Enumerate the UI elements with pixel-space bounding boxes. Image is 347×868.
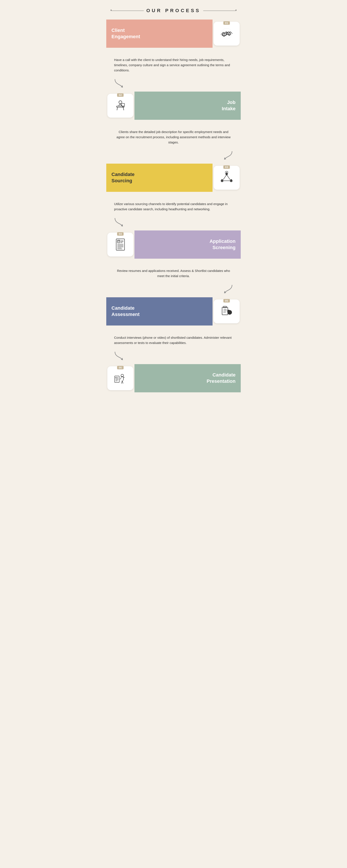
step-4: ApplicationScreening 04 (106, 230, 241, 297)
step-3-icon-wrapper: 03 (213, 164, 241, 192)
step-5-number: 05 (223, 299, 230, 303)
arrow-down-right-3-icon (113, 351, 126, 362)
svg-line-4 (123, 107, 124, 110)
step-6: CandidatePresentation 06 (106, 364, 241, 392)
step-2-color-block: JobIntake (134, 92, 241, 120)
step-3-icon-box: 03 (214, 166, 240, 190)
page-header: OUR PROCESS (106, 0, 241, 20)
step-2-arrow (106, 150, 241, 164)
handshake-icon (219, 26, 234, 41)
arrow-down-right-2-icon (113, 217, 126, 228)
svg-line-44 (120, 378, 121, 379)
step-5-icon-wrapper: 05 (213, 297, 241, 326)
step-3-banner: CandidateSourcing 03 (106, 164, 241, 192)
step-4-number: 04 (117, 232, 124, 236)
step-1-icon-box: 01 (214, 22, 240, 45)
step-3-title: CandidateSourcing (112, 172, 134, 184)
step-2-number: 02 (117, 93, 124, 97)
step-5-description: Conduct interviews (phone or video) of s… (106, 331, 241, 351)
step-2: JobIntake 02 (106, 92, 241, 164)
step-1-color-block: ClientEngagement (106, 20, 213, 48)
step-4-color-block: ApplicationScreening (134, 230, 241, 259)
step-3-number: 03 (223, 165, 230, 169)
svg-rect-36 (115, 376, 119, 382)
step-4-icon-box: 04 (107, 232, 133, 256)
step-1-banner: ClientEngagement 01 (106, 20, 241, 48)
step-6-icon-wrapper: 06 (106, 364, 134, 392)
step-2-icon-wrapper: 02 (106, 92, 134, 120)
step-5-title: CandidateAssessment (112, 305, 140, 317)
step-2-title: JobIntake (222, 99, 235, 112)
svg-rect-18 (117, 240, 120, 243)
step-3: CandidateSourcing 03 (106, 164, 241, 230)
svg-point-35 (227, 310, 230, 312)
page-wrapper: OUR PROCESS ClientEngagement 01 (106, 0, 241, 406)
step-6-title: CandidatePresentation (207, 372, 235, 384)
step-4-arrow (106, 284, 241, 297)
network-icon (219, 170, 234, 185)
svg-line-3 (117, 107, 118, 110)
step-6-icon-box: 06 (107, 366, 133, 390)
page-title: OUR PROCESS (147, 8, 201, 13)
step-1-description: Have a call with the client to understan… (106, 53, 241, 78)
svg-line-42 (121, 381, 122, 384)
step-5-arrow (106, 351, 241, 364)
step-5-icon-box: 05 (214, 300, 240, 323)
svg-point-19 (118, 241, 120, 242)
step-6-banner: CandidatePresentation 06 (106, 364, 241, 392)
step-1: ClientEngagement 01 (106, 20, 241, 92)
step-2-icon-box: 02 (107, 94, 133, 118)
step-6-color-block: CandidatePresentation (134, 364, 241, 392)
arrow-down-left-2-icon (221, 284, 234, 295)
step-4-description: Review resumes and applications received… (106, 264, 241, 284)
step-1-title: ClientEngagement (112, 27, 140, 40)
step-6-number: 06 (117, 366, 124, 369)
step-3-color-block: CandidateSourcing (106, 164, 213, 192)
step-5-banner: CandidateAssessment 05 (106, 297, 241, 326)
presentation-icon (113, 371, 128, 386)
resume-icon (113, 237, 128, 252)
step-2-banner: JobIntake 02 (106, 92, 241, 120)
step-2-description: Clients share the detailed job descripti… (106, 125, 241, 150)
step-5-color-block: CandidateAssessment (106, 297, 213, 326)
step-1-number: 01 (223, 21, 230, 25)
svg-line-12 (227, 175, 230, 180)
step-1-icon-wrapper: 01 (213, 20, 241, 48)
arrow-down-left-icon (221, 150, 234, 161)
svg-line-43 (122, 381, 123, 384)
step-4-banner: ApplicationScreening 04 (106, 230, 241, 259)
step-1-arrow (106, 78, 241, 92)
arrow-down-right-icon (113, 78, 126, 89)
step-5: CandidateAssessment 05 (106, 297, 241, 364)
svg-line-11 (223, 175, 227, 180)
desk-icon (113, 98, 128, 113)
step-3-description: Utilize various sourcing channels to ide… (106, 197, 241, 217)
assessment-icon (219, 304, 234, 319)
step-4-title: ApplicationScreening (210, 238, 235, 251)
step-3-arrow (106, 217, 241, 230)
step-4-icon-wrapper: 04 (106, 230, 134, 259)
